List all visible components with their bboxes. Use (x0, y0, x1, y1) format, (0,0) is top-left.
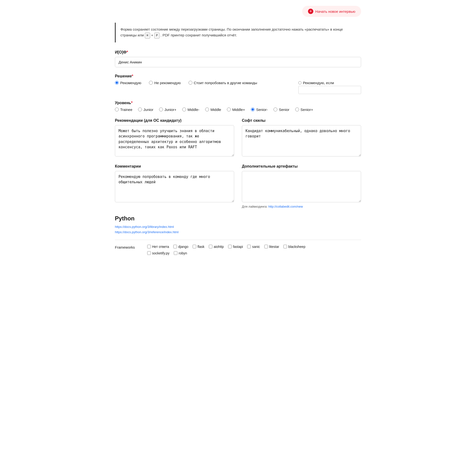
fw-blacksheep[interactable]: blacksheep (283, 245, 305, 249)
decision-radios: Рекомендую Не рекомендую Стоит попробова… (115, 81, 289, 85)
recommend-if-input[interactable] (298, 86, 361, 94)
new-interview-label: Начать новое интервью (315, 9, 355, 14)
fw-robyn-label: robyn (178, 251, 187, 255)
fw-blacksheep-input[interactable] (283, 245, 287, 248)
fw-aiohttp-label: aiohttp (214, 245, 224, 249)
level-seniorplus[interactable]: Senior+ (295, 107, 313, 112)
radio-recommend-label: Рекомендую (120, 81, 141, 85)
new-interview-button[interactable]: + Начать новое интервью (302, 6, 361, 17)
livecoding-note: Для лайвкодинга: http://collabedit.com/n… (242, 205, 361, 208)
level-section: Уровень* Trainee Junior Junior+ Middle- … (115, 101, 361, 112)
fw-django[interactable]: django (173, 245, 188, 249)
info-text-2: . PDF принтер сохранит получившийся отчё… (161, 33, 237, 37)
frameworks-checkboxes: Нет ответа django flask aiohttp fastapi … (147, 245, 305, 249)
comments-label: Комментарии (115, 164, 234, 169)
level-trainee-input[interactable] (115, 107, 119, 111)
soft-skills-textarea[interactable]: Кандидат коммуникабельный, однако доволь… (242, 125, 361, 157)
fw-no-answer-input[interactable] (147, 245, 151, 248)
level-juniorplus[interactable]: Junior+ (159, 107, 177, 112)
fw-socketify-input[interactable] (147, 251, 151, 255)
fw-fastapi[interactable]: fastapi (228, 245, 243, 249)
fw-flask-input[interactable] (193, 245, 196, 248)
level-senior[interactable]: Senior (273, 107, 289, 112)
level-seniorplus-input[interactable] (295, 107, 299, 111)
fio-input[interactable] (115, 57, 361, 67)
level-seniorminus[interactable]: Senior- (251, 107, 268, 112)
fw-litestar-input[interactable] (264, 245, 268, 248)
level-junior[interactable]: Junior (138, 107, 153, 112)
fio-required: * (127, 50, 128, 54)
fw-robyn[interactable]: robyn (174, 251, 187, 255)
frameworks-row: Frameworks Нет ответа django flask aioht… (115, 245, 361, 249)
fw-aiohttp-input[interactable] (209, 245, 212, 248)
level-seniorplus-label: Senior+ (300, 107, 313, 112)
fw-django-label: django (178, 245, 188, 249)
radio-try[interactable]: Стоит попробовать в другие команды (188, 81, 257, 85)
python-link-1[interactable]: https://docs.python.org/3/library/index.… (115, 224, 361, 230)
artifacts-textarea[interactable] (242, 171, 361, 202)
soft-skills-label: Софт скилы (242, 118, 361, 123)
decision-label: Решение* (115, 74, 361, 78)
recommend-if-label-row: Рекомендую, если (298, 81, 361, 85)
artifacts-label: Дополнительные артефакты (242, 164, 361, 169)
radio-recommend-if-input[interactable] (298, 81, 301, 84)
kbd-cmd: ⌘ (145, 33, 150, 39)
fw-sanic-input[interactable] (247, 245, 251, 248)
fw-robyn-input[interactable] (174, 251, 178, 255)
fw-aiohttp[interactable]: aiohttp (209, 245, 224, 249)
fw-litestar[interactable]: litestar (264, 245, 279, 249)
radio-norecommend[interactable]: Не рекомендую (149, 81, 181, 85)
fw-socketify-label: socketify.py (152, 251, 170, 255)
level-label: Уровень* (115, 101, 361, 105)
fw-litestar-label: litestar (269, 245, 279, 249)
fw-socketify[interactable]: socketify.py (147, 251, 170, 255)
level-seniorminus-label: Senior- (256, 107, 268, 112)
radio-try-input[interactable] (188, 81, 192, 85)
level-juniorplus-input[interactable] (159, 107, 163, 111)
fw-sanic[interactable]: sanic (247, 245, 260, 249)
frameworks-label: Frameworks (115, 245, 141, 249)
level-radio-group: Trainee Junior Junior+ Middle- Middle Mi… (115, 107, 361, 112)
fw-no-answer-label: Нет ответа (152, 245, 169, 249)
level-junior-input[interactable] (138, 107, 142, 111)
level-juniorplus-label: Junior+ (164, 107, 177, 112)
level-middleminus-input[interactable] (182, 107, 186, 111)
recommendations-section: Рекомендации (для ОС кандидату) Может бы… (115, 118, 234, 157)
python-link-2[interactable]: https://docs.python.org/3/reference/inde… (115, 230, 361, 235)
level-senior-label: Senior (279, 107, 289, 112)
fw-fastapi-input[interactable] (228, 245, 232, 248)
level-middleminus[interactable]: Middle- (182, 107, 199, 112)
comments-textarea[interactable]: Рекомендую попробовать в команду где мно… (115, 171, 234, 202)
info-box: Форма сохраняет состояние между перезагр… (115, 23, 361, 42)
python-links: https://docs.python.org/3/library/index.… (115, 224, 361, 235)
level-middle[interactable]: Middle (205, 107, 221, 112)
level-trainee[interactable]: Trainee (115, 107, 132, 112)
level-seniorminus-input[interactable] (251, 107, 255, 111)
comments-section: Комментарии Рекомендую попробовать в ком… (115, 164, 234, 208)
fw-fastapi-label: fastapi (233, 245, 243, 249)
kbd-p: P (154, 33, 160, 39)
livecoding-link[interactable]: http://collabedit.com/new (268, 205, 303, 208)
level-middleplus[interactable]: Middle+ (227, 107, 245, 112)
comments-artifacts-row: Комментарии Рекомендую попробовать в ком… (115, 164, 361, 208)
radio-recommend[interactable]: Рекомендую (115, 81, 141, 85)
radio-recommend-input[interactable] (115, 81, 119, 85)
level-junior-label: Junior (143, 107, 153, 112)
radio-norecommend-label: Не рекомендую (154, 81, 181, 85)
radio-try-label: Стоит попробовать в другие команды (194, 81, 257, 85)
fw-blacksheep-label: blacksheep (288, 245, 305, 249)
top-bar: + Начать новое интервью (115, 6, 361, 17)
level-middle-label: Middle (211, 107, 221, 112)
level-middleplus-label: Middle+ (232, 107, 245, 112)
radio-norecommend-input[interactable] (149, 81, 153, 85)
level-senior-input[interactable] (273, 107, 277, 111)
fw-no-answer[interactable]: Нет ответа (147, 245, 169, 249)
fw-django-input[interactable] (173, 245, 177, 248)
fw-flask[interactable]: flask (193, 245, 204, 249)
level-middleplus-input[interactable] (227, 107, 231, 111)
level-middle-input[interactable] (205, 107, 209, 111)
python-section: Python https://docs.python.org/3/library… (115, 215, 361, 255)
fw-flask-label: flask (197, 245, 204, 249)
decision-row: Рекомендую Не рекомендую Стоит попробова… (115, 81, 361, 94)
recommendations-textarea[interactable]: Может быть полезно улучшить знания в обл… (115, 125, 234, 157)
